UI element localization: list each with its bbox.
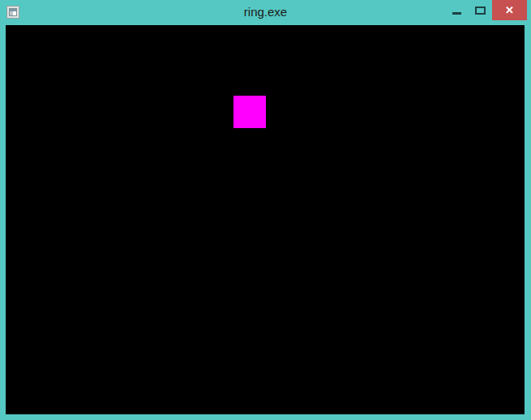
titlebar[interactable]: ring.exe ✕ — [0, 0, 531, 25]
minimize-icon — [452, 12, 461, 15]
close-icon: ✕ — [505, 0, 514, 20]
magenta-square-sprite — [233, 96, 266, 128]
app-window: ring.exe ✕ — [0, 0, 531, 420]
minimize-button[interactable] — [445, 0, 469, 20]
window-controls: ✕ — [445, 0, 527, 20]
maximize-icon — [475, 6, 486, 15]
close-button[interactable]: ✕ — [492, 0, 527, 20]
game-canvas[interactable] — [6, 25, 525, 414]
maximize-button[interactable] — [469, 0, 492, 20]
